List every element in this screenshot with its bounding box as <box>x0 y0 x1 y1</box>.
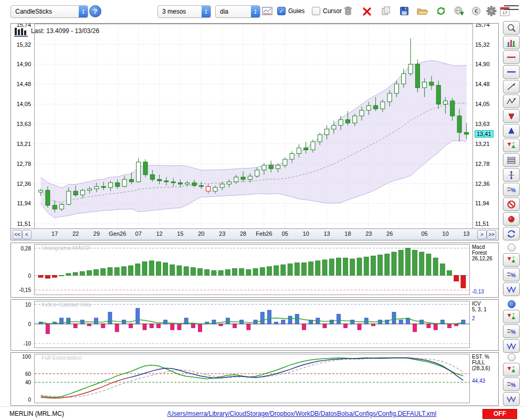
settings-gear-icon <box>486 5 497 17</box>
tool-red-line-button[interactable] <box>503 50 520 64</box>
macd-controls: % <box>501 243 522 297</box>
tool-blue-line-button[interactable] <box>503 65 520 79</box>
save-button[interactable] <box>397 5 411 17</box>
icv-ytick: -10 <box>11 341 31 346</box>
price-ytick: 12,36 <box>474 181 498 187</box>
panel-radio-stoch[interactable] <box>508 353 516 361</box>
wave-icon <box>506 285 517 295</box>
tool-percent-scale-button[interactable]: % <box>503 268 520 281</box>
tool-chart-style-button[interactable] <box>503 36 520 49</box>
nav-prev-button[interactable]: < <box>22 230 32 239</box>
window-grip-line <box>504 9 519 10</box>
red-line-icon <box>506 52 517 62</box>
date-label: 07 <box>130 230 148 237</box>
price-ytick: 13,63 <box>474 121 498 127</box>
chart-style-icon <box>506 38 517 48</box>
tool-arrows-up-down-colored-button[interactable] <box>503 139 520 152</box>
cursor-checkbox[interactable]: Cursor <box>312 7 342 15</box>
date-label: 10 <box>297 230 315 237</box>
tool-disable-button[interactable] <box>503 197 520 211</box>
checkbox-checked-icon: ✓ <box>277 7 286 15</box>
price-ytick: 13,63 <box>11 121 31 127</box>
price-y-axis-left: 15,7415,3214,9014,4814,0513,6313,2112,78… <box>11 24 32 240</box>
settings-button[interactable] <box>485 5 498 17</box>
tool-percent-scale-button[interactable]: % <box>503 324 520 338</box>
globe-download-icon <box>453 5 465 17</box>
price-ytick: 15,32 <box>11 41 31 48</box>
price-ytick: 14,05 <box>11 101 31 107</box>
macd-param-line: 26,12,26 <box>472 256 498 261</box>
tool-percent-scale-button[interactable]: % <box>503 377 520 391</box>
checkbox-unchecked-icon <box>312 7 320 15</box>
tool-wave2-button[interactable] <box>503 392 520 406</box>
record-red-icon <box>506 214 517 224</box>
macd-plot[interactable] <box>34 244 470 295</box>
tool-arrows-up-down-colored-button[interactable] <box>503 363 520 376</box>
tool-zoom-button[interactable] <box>503 21 520 35</box>
macd-ytick: -0,15 <box>11 287 31 293</box>
tool-wave-button[interactable] <box>503 339 520 353</box>
stochastic-plot[interactable] <box>34 354 470 403</box>
tool-trend-line-button[interactable] <box>503 80 520 93</box>
price-plot[interactable] <box>34 24 473 229</box>
tool-wave-button[interactable] <box>503 282 520 296</box>
nav-first-button[interactable]: << <box>13 230 22 239</box>
trend-line-icon <box>506 82 517 92</box>
nav-next-button[interactable]: > <box>477 230 487 239</box>
tool-record-red-button[interactable] <box>503 212 520 226</box>
tool-arrow-down-red-button[interactable] <box>503 109 520 123</box>
refresh-button[interactable] <box>434 5 448 17</box>
stochastic-last-value: 44,43 <box>472 378 485 384</box>
arrow-up-blue-icon <box>506 126 517 136</box>
interval-select[interactable]: dia ▲▼ <box>215 5 260 18</box>
macd-param-line: Macd <box>472 244 498 250</box>
stochastic-panel: 10060400 Full Estocastico EST. % FULL (2… <box>10 352 499 406</box>
tool-arrow-up-blue-button[interactable] <box>503 124 520 138</box>
config-path-link[interactable]: /Users/mserra/Library/CloudStorage/Dropb… <box>126 410 478 417</box>
cursor-label: Cursor <box>323 7 342 15</box>
nav-last-button[interactable]: >> <box>487 230 496 239</box>
tool-move-vertical-button[interactable] <box>503 168 520 182</box>
help-button[interactable]: ? <box>89 5 101 17</box>
guies-checkbox[interactable]: ✓ Guies <box>277 7 304 15</box>
copy-button[interactable] <box>379 5 393 17</box>
svg-text:%: % <box>511 329 516 335</box>
mini-chart-icon <box>261 6 273 16</box>
date-label: 28 <box>234 230 252 237</box>
icv-ytick: 0 <box>11 321 31 327</box>
globe-download-button[interactable] <box>452 5 466 17</box>
price-chart-panel: 15,7415,3214,9014,4814,0513,6313,2112,78… <box>10 23 499 240</box>
drawing-toolbar: % <box>501 20 522 242</box>
tool-arrows-up-down-colored-button[interactable] <box>503 253 520 267</box>
status-bar: MERLIN (MRL.MC) /Users/mserra/Library/Cl… <box>0 406 525 420</box>
delete-button[interactable] <box>360 5 374 17</box>
open-folder-button[interactable] <box>415 5 429 17</box>
mini-chart-button[interactable] <box>260 5 274 17</box>
guies-label: Guies <box>288 7 304 15</box>
svg-text:17: 17 <box>502 10 507 15</box>
date-label: 20 <box>192 230 210 237</box>
off-toggle-button[interactable]: OFF <box>482 409 517 419</box>
chart-type-select[interactable]: CandleSticks ▲▼ <box>10 5 88 18</box>
price-ytick: 13,21 <box>11 141 31 147</box>
symbol-label: MERLIN (MRL.MC) <box>9 410 64 417</box>
macd-ytick: 0 <box>11 273 31 279</box>
panel-radio-macd[interactable] <box>508 244 516 251</box>
tool-table-rows-button[interactable] <box>503 153 520 167</box>
tool-percent-scale-button[interactable]: % <box>503 183 520 196</box>
icv-plot[interactable] <box>34 301 470 348</box>
trash-button[interactable] <box>341 5 355 17</box>
globe-euro-button[interactable]: € <box>469 5 483 17</box>
tool-refresh-axes-button[interactable] <box>503 227 520 240</box>
move-vertical-icon <box>506 170 517 180</box>
period-select[interactable]: 3 mesos ▲▼ <box>158 5 211 18</box>
calendar-button[interactable]: 17 <box>498 5 511 17</box>
current-price-badge: 13,41 <box>475 130 494 138</box>
tool-zigzag-button[interactable] <box>503 94 520 108</box>
window-grip-line <box>504 5 519 6</box>
select-stepper-icon: ▲▼ <box>202 6 211 17</box>
icv-param-line: 5, 3, 1 <box>472 307 498 312</box>
svg-text:€: € <box>475 8 478 14</box>
panel-radio-icv[interactable] <box>508 300 516 308</box>
tool-arrows-up-down-colored-button[interactable] <box>503 310 520 323</box>
